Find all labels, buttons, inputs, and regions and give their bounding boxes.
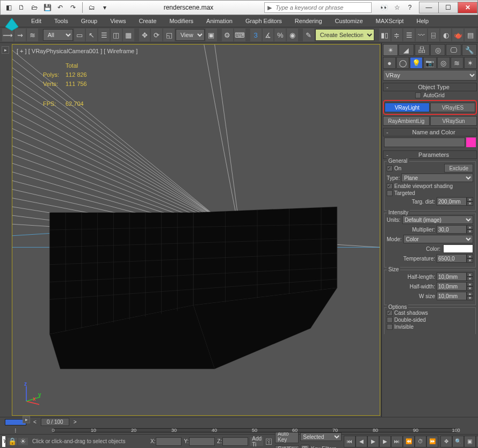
percent-snap-icon[interactable]: % bbox=[274, 28, 286, 41]
spinner-snap-icon[interactable]: ◉ bbox=[287, 28, 298, 41]
subtab-spacewarps[interactable]: ≋ bbox=[451, 57, 463, 69]
window-crossing-icon[interactable]: ▦ bbox=[123, 28, 134, 41]
move-icon[interactable]: ✥ bbox=[139, 28, 150, 41]
renderer-select[interactable]: VRay bbox=[383, 70, 477, 81]
project-icon[interactable]: 🗂 bbox=[86, 2, 98, 13]
help-icon[interactable]: ? bbox=[404, 2, 416, 13]
maxscript-listener[interactable]: Welcome to M: bbox=[2, 436, 5, 447]
snap-icon[interactable]: 3 bbox=[250, 28, 262, 41]
coord-z-input[interactable] bbox=[222, 437, 248, 446]
strip-btn[interactable]: ▸ bbox=[2, 46, 9, 54]
manipulate-icon[interactable]: ⚙ bbox=[222, 28, 233, 41]
menu-rendering[interactable]: Rendering bbox=[289, 16, 328, 26]
orbit-icon[interactable]: ⟳ bbox=[476, 436, 478, 447]
menu-modifiers[interactable]: Modifiers bbox=[164, 16, 199, 26]
btn-vraylight[interactable]: VRayLight bbox=[385, 103, 430, 112]
object-color-swatch[interactable] bbox=[466, 138, 476, 147]
3dsmax-logo-icon[interactable] bbox=[1, 14, 23, 34]
subtab-geometry[interactable]: ● bbox=[383, 57, 396, 69]
signin-icon[interactable]: ☆ bbox=[391, 2, 403, 13]
menu-help[interactable]: Help bbox=[411, 16, 434, 26]
zoom-ext-icon[interactable]: ▣ bbox=[464, 436, 476, 447]
prev-frame-icon[interactable]: ◀ bbox=[356, 436, 367, 447]
multiplier-input[interactable] bbox=[437, 225, 467, 234]
trackbar[interactable]: 0102030405060708090100 bbox=[53, 428, 457, 432]
select-region-icon[interactable]: ◫ bbox=[111, 28, 122, 41]
temperature-input[interactable] bbox=[437, 254, 467, 263]
w-size-input[interactable] bbox=[437, 292, 467, 300]
enable-viewport-checkbox[interactable] bbox=[387, 183, 393, 189]
targdist-input[interactable] bbox=[437, 197, 467, 206]
menu-grapheditors[interactable]: Graph Editors bbox=[240, 16, 287, 26]
half-length-input[interactable] bbox=[437, 272, 467, 281]
prev-key-icon[interactable]: ⏪ bbox=[403, 436, 415, 447]
subtab-cameras[interactable]: 📷 bbox=[423, 57, 436, 69]
pivot-icon[interactable]: ▣ bbox=[206, 28, 217, 41]
maximize-button[interactable]: ☐ bbox=[439, 2, 458, 13]
rotate-icon[interactable]: ⟳ bbox=[151, 28, 162, 41]
btn-vraysun[interactable]: VRaySun bbox=[430, 116, 477, 126]
layers-icon[interactable]: ☰ bbox=[403, 28, 415, 41]
time-slider[interactable]: < 0 / 100 > bbox=[0, 417, 478, 427]
setkey-icon[interactable]: ⚿ bbox=[301, 445, 309, 448]
keyfilters-link[interactable]: Key Filters... bbox=[311, 446, 341, 449]
save-icon[interactable]: 💾 bbox=[41, 2, 53, 13]
render-frame-icon[interactable]: ▤ bbox=[465, 28, 476, 41]
redo-icon[interactable]: ↷ bbox=[67, 2, 79, 13]
schematic-icon[interactable]: ⌸ bbox=[428, 28, 439, 41]
double-sided-checkbox[interactable] bbox=[387, 317, 393, 323]
goto-end-icon[interactable]: ⏭ bbox=[391, 436, 403, 447]
color-swatch[interactable] bbox=[443, 244, 473, 253]
ref-coord-system[interactable]: View bbox=[176, 29, 205, 41]
app-menu-icon[interactable]: ◧ bbox=[3, 2, 15, 13]
menu-maxscript[interactable]: MAXScript bbox=[371, 16, 409, 26]
isolate-icon[interactable]: ☀ bbox=[18, 438, 28, 445]
bind-spacewarp-icon[interactable]: ≋ bbox=[27, 28, 38, 41]
coord-y-input[interactable] bbox=[189, 437, 215, 446]
menu-group[interactable]: Group bbox=[76, 16, 103, 26]
select-icon[interactable]: ▭ bbox=[74, 28, 85, 41]
invisible-checkbox[interactable] bbox=[387, 324, 393, 330]
type-select[interactable]: Plane bbox=[401, 174, 473, 182]
select-arrow-icon[interactable]: ↖ bbox=[86, 28, 97, 41]
exclude-button[interactable]: Exclude bbox=[444, 164, 473, 172]
coord-x-input[interactable] bbox=[156, 437, 182, 446]
rollout-name-color[interactable]: -Name and Color bbox=[383, 128, 477, 136]
tab-hierarchy[interactable]: 品 bbox=[415, 44, 430, 56]
menu-views[interactable]: Views bbox=[105, 16, 131, 26]
viewport-label[interactable]: [ + ] [ VRayPhysicalCamera001 ] [ Wirefr… bbox=[17, 48, 137, 54]
goto-start-icon[interactable]: ⏮ bbox=[344, 436, 356, 447]
selection-filter[interactable]: All bbox=[43, 29, 73, 41]
workspace-icon[interactable]: ▾ bbox=[99, 2, 111, 13]
half-width-input[interactable] bbox=[437, 282, 467, 291]
next-key-icon[interactable]: ⏩ bbox=[426, 436, 438, 447]
trackbar-toggle-icon[interactable]: ⫶ bbox=[0, 427, 31, 433]
mirror-icon[interactable]: ▮▯ bbox=[379, 28, 390, 41]
tab-create[interactable]: ✴ bbox=[383, 44, 398, 56]
play-icon[interactable]: ▶ bbox=[367, 436, 379, 447]
rollout-object-type[interactable]: -Object Type bbox=[383, 83, 477, 91]
minimize-button[interactable]: — bbox=[419, 2, 439, 13]
tab-utilities[interactable]: 🔧 bbox=[462, 44, 477, 56]
material-editor-icon[interactable]: ◐ bbox=[440, 28, 452, 41]
tab-display[interactable]: 🖵 bbox=[446, 44, 461, 56]
time-config-icon[interactable]: ⏱ bbox=[415, 436, 426, 447]
autogrid-checkbox[interactable] bbox=[415, 92, 421, 98]
new-icon[interactable]: 🗋 bbox=[16, 2, 27, 13]
lock-icon[interactable]: 🔒 bbox=[8, 438, 17, 445]
menu-tools[interactable]: Tools bbox=[49, 16, 74, 26]
targeted-checkbox[interactable] bbox=[387, 190, 393, 196]
next-frame-icon[interactable]: ▶ bbox=[379, 436, 391, 447]
search-input[interactable] bbox=[274, 4, 371, 11]
help-search[interactable]: ▶ bbox=[264, 2, 372, 13]
subtab-shapes[interactable]: ◯ bbox=[396, 57, 409, 69]
menu-customize[interactable]: Customize bbox=[330, 16, 368, 26]
named-sel-edit-icon[interactable]: ✎ bbox=[303, 28, 314, 41]
infocenter-icon[interactable]: 👀 bbox=[378, 2, 390, 13]
cast-shadows-checkbox[interactable] bbox=[387, 310, 393, 316]
on-checkbox[interactable] bbox=[387, 165, 393, 171]
setkey-button[interactable]: Set Key bbox=[275, 445, 299, 449]
render-setup-icon[interactable]: 🫖 bbox=[452, 28, 463, 41]
menu-animation[interactable]: Animation bbox=[201, 16, 238, 26]
menu-create[interactable]: Create bbox=[133, 16, 162, 26]
